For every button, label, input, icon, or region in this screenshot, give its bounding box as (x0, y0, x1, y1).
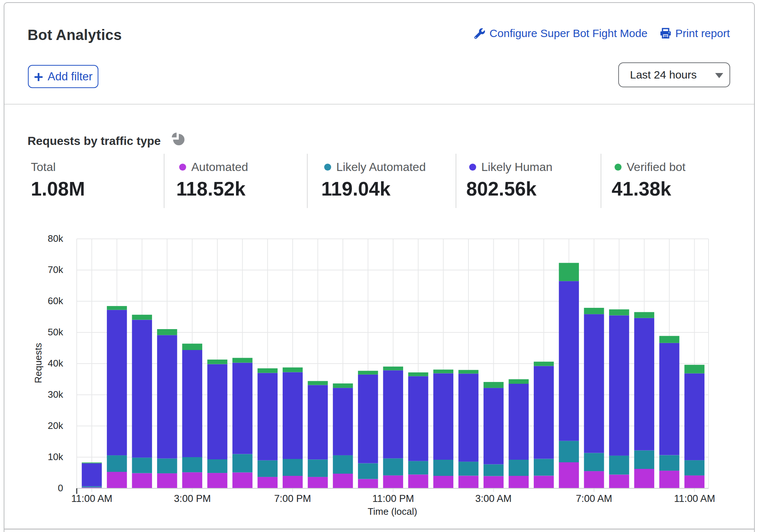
bar-segment[interactable] (82, 463, 102, 463)
bar-segment[interactable] (283, 372, 303, 459)
bar-segment[interactable] (659, 471, 680, 488)
bar-segment[interactable] (634, 451, 655, 469)
bar-segment[interactable] (584, 471, 604, 488)
bar-segment[interactable] (659, 455, 680, 471)
bar-segment[interactable] (559, 441, 579, 463)
bar-segment[interactable] (258, 368, 278, 373)
bar-segment[interactable] (132, 320, 152, 458)
bar-segment[interactable] (459, 462, 479, 475)
bar-segment[interactable] (308, 385, 328, 459)
bar-segment[interactable] (433, 460, 453, 476)
bar-segment[interactable] (107, 306, 127, 310)
bar-segment[interactable] (132, 458, 152, 473)
bar-segment[interactable] (433, 369, 453, 373)
bar-segment[interactable] (383, 367, 403, 370)
bar-segment[interactable] (358, 375, 378, 463)
bar-segment[interactable] (182, 472, 202, 488)
bar-segment[interactable] (483, 382, 504, 388)
bar-segment[interactable] (107, 310, 127, 456)
bar-segment[interactable] (459, 476, 479, 489)
bar-segment[interactable] (232, 473, 253, 488)
bar-segment[interactable] (358, 463, 378, 479)
bar-segment[interactable] (333, 455, 353, 474)
bar-segment[interactable] (659, 336, 680, 343)
bar-segment[interactable] (207, 364, 228, 460)
bar-segment[interactable] (157, 329, 177, 335)
bar-segment[interactable] (333, 388, 353, 455)
bar-segment[interactable] (408, 474, 428, 488)
bar-segment[interactable] (182, 457, 202, 472)
bar-segment[interactable] (132, 315, 152, 320)
bar-segment[interactable] (584, 308, 604, 314)
bar-segment[interactable] (659, 343, 680, 455)
bar-segment[interactable] (609, 309, 629, 315)
bar-segment[interactable] (333, 383, 353, 388)
bar-segment[interactable] (559, 462, 579, 488)
bar-segment[interactable] (157, 459, 177, 474)
bar-segment[interactable] (609, 456, 629, 475)
bar-segment[interactable] (258, 477, 278, 488)
bar-segment[interactable] (459, 374, 479, 462)
bar-segment[interactable] (509, 460, 529, 476)
bar-segment[interactable] (383, 370, 403, 458)
bar-segment[interactable] (283, 476, 303, 488)
bar-segment[interactable] (559, 263, 579, 281)
bar-segment[interactable] (408, 461, 428, 475)
bar-segment[interactable] (408, 372, 428, 376)
bar-segment[interactable] (634, 469, 655, 488)
bar-segment[interactable] (483, 476, 504, 489)
bar-segment[interactable] (534, 366, 554, 459)
bar-segment[interactable] (509, 476, 529, 488)
bar-segment[interactable] (207, 473, 228, 488)
bar-segment[interactable] (534, 459, 554, 476)
bar-segment[interactable] (509, 384, 529, 460)
bar-segment[interactable] (634, 318, 655, 451)
bar-segment[interactable] (509, 379, 529, 384)
bar-segment[interactable] (232, 358, 253, 362)
bar-segment[interactable] (534, 362, 554, 366)
bar-segment[interactable] (383, 458, 403, 475)
bar-segment[interactable] (358, 371, 378, 375)
bar-segment[interactable] (258, 460, 278, 477)
bar-segment[interactable] (308, 477, 328, 488)
bar-segment[interactable] (132, 473, 152, 488)
bar-segment[interactable] (684, 475, 705, 488)
bar-segment[interactable] (107, 455, 127, 472)
bar-segment[interactable] (684, 365, 705, 373)
bar-segment[interactable] (609, 316, 629, 456)
bar-segment[interactable] (483, 464, 504, 476)
bar-segment[interactable] (459, 370, 479, 374)
bar-segment[interactable] (207, 459, 228, 473)
bar-segment[interactable] (232, 363, 253, 454)
bar-segment[interactable] (483, 388, 504, 464)
bar-segment[interactable] (157, 473, 177, 488)
bar-segment[interactable] (408, 376, 428, 461)
bar-segment[interactable] (107, 472, 127, 488)
bar-segment[interactable] (609, 475, 629, 489)
bar-segment[interactable] (207, 360, 228, 364)
bar-segment[interactable] (82, 463, 102, 487)
bar-segment[interactable] (584, 314, 604, 453)
bar-segment[interactable] (634, 312, 655, 318)
bar-segment[interactable] (684, 460, 705, 475)
bar-segment[interactable] (308, 381, 328, 385)
bar-segment[interactable] (534, 476, 554, 489)
bar-segment[interactable] (258, 373, 278, 460)
bar-segment[interactable] (182, 350, 202, 457)
bar-segment[interactable] (684, 374, 705, 460)
bar-segment[interactable] (82, 487, 102, 488)
bar-segment[interactable] (157, 335, 177, 458)
bar-segment[interactable] (358, 479, 378, 489)
bar-segment[interactable] (283, 368, 303, 372)
bar-segment[interactable] (283, 459, 303, 476)
bar-segment[interactable] (559, 281, 579, 441)
bar-segment[interactable] (433, 374, 453, 460)
bar-segment[interactable] (433, 476, 453, 488)
y-axis-title: Requests (33, 334, 44, 393)
bar-segment[interactable] (383, 475, 403, 488)
bar-segment[interactable] (232, 454, 253, 473)
bar-segment[interactable] (333, 474, 353, 488)
bar-segment[interactable] (584, 453, 604, 471)
bar-segment[interactable] (308, 459, 328, 477)
bar-segment[interactable] (182, 344, 202, 350)
